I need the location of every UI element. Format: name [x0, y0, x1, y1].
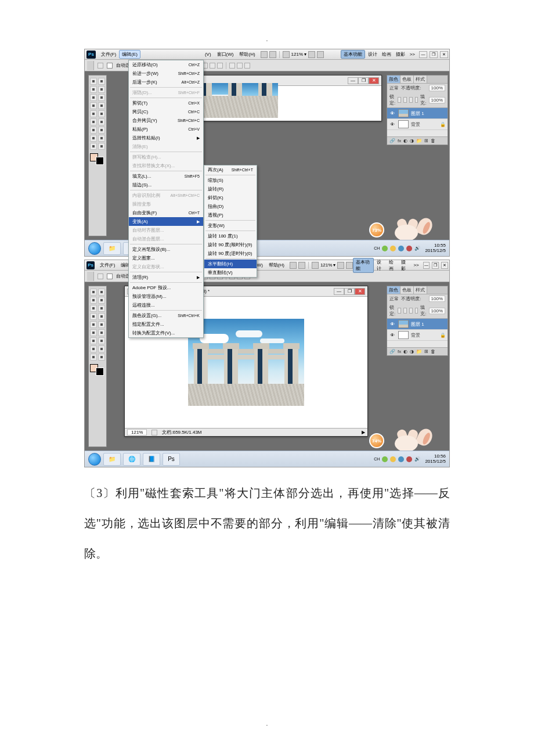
new-layer-icon[interactable]: ⊞: [424, 349, 428, 354]
wand-tool-icon[interactable]: [98, 297, 105, 304]
eyedropper-tool-icon[interactable]: [98, 94, 105, 101]
workspace-more[interactable]: >>: [412, 262, 420, 268]
tray-icon[interactable]: [406, 456, 412, 462]
layer-row[interactable]: 👁图层 1: [387, 319, 448, 330]
panel-tab-styles[interactable]: 样式: [414, 75, 427, 83]
toolbar-mb-icon[interactable]: [269, 51, 276, 58]
transform-menu-item[interactable]: 旋转 90 度(逆时针)(0): [204, 249, 257, 258]
color-swatches[interactable]: [90, 153, 104, 165]
status-arrow-icon[interactable]: [151, 430, 157, 435]
menu-file[interactable]: 文件(F): [98, 50, 119, 59]
auto-select-checkbox[interactable]: [107, 63, 113, 69]
workspace-essentials[interactable]: 基本功能: [341, 50, 365, 59]
visibility-eye-icon[interactable]: 👁: [389, 110, 396, 117]
edit-menu-item[interactable]: 前进一步(W)Shift+Ctrl+Z: [129, 69, 203, 78]
window-minimize-icon[interactable]: —: [423, 262, 430, 269]
taskbar-explorer-icon[interactable]: 📁: [103, 453, 121, 466]
tray-icon[interactable]: [398, 456, 404, 462]
blur-tool-icon[interactable]: [90, 337, 97, 344]
edit-menu-item[interactable]: 拼写检查(H)...: [129, 153, 203, 161]
window-close-icon[interactable]: ✕: [441, 262, 448, 269]
edit-menu-item[interactable]: 查找和替换文本(X)...: [129, 161, 203, 170]
workspace-design[interactable]: 设计: [366, 51, 379, 58]
transform-menu-item[interactable]: 再次(A)Shift+Ctrl+T: [204, 165, 257, 174]
edit-menu-item[interactable]: 后退一步(K)Alt+Ctrl+Z: [129, 78, 203, 87]
edit-menu-item[interactable]: 颜色设置(G)...Shift+Ctrl+K: [129, 311, 203, 320]
toolbar-br-icon[interactable]: [261, 51, 268, 58]
status-arrow-right-icon[interactable]: ▶: [362, 430, 365, 435]
crop-tool-icon[interactable]: [90, 94, 97, 101]
edit-menu-item[interactable]: 清除(E): [129, 142, 203, 151]
workspace-photography[interactable]: 摄影: [399, 258, 410, 272]
workspace-painting[interactable]: 绘画: [380, 51, 393, 58]
fx-icon[interactable]: fx: [398, 138, 401, 143]
opacity-value[interactable]: 100%: [429, 296, 445, 302]
blur-tool-icon[interactable]: [90, 127, 97, 134]
doc-restore-icon[interactable]: ❐: [344, 288, 355, 295]
workspace-design[interactable]: 设计: [375, 258, 386, 272]
transform-menu-item[interactable]: 斜切(K): [204, 193, 257, 202]
stamp-tool-icon[interactable]: [90, 110, 97, 117]
lock-position-icon[interactable]: [409, 97, 413, 103]
pen-tool-icon[interactable]: [90, 345, 97, 352]
toolbar-mb-icon[interactable]: [298, 262, 305, 269]
menu-window[interactable]: 窗口(W): [214, 50, 237, 59]
panel-tab-styles[interactable]: 样式: [414, 286, 427, 294]
link-layers-icon[interactable]: 🔗: [389, 138, 395, 143]
start-button-icon[interactable]: [88, 242, 101, 255]
zoom-dropdown[interactable]: 121%▾: [291, 52, 306, 57]
history-brush-tool-icon[interactable]: [98, 110, 105, 117]
heal-tool-icon[interactable]: [90, 313, 97, 320]
workspace-painting[interactable]: 绘画: [387, 258, 398, 272]
transform-menu-item[interactable]: 垂直翻转(V): [204, 268, 257, 277]
zoom-field[interactable]: 121%: [127, 429, 147, 435]
group-icon[interactable]: 📁: [416, 349, 422, 354]
edit-menu-item[interactable]: 操控变形: [129, 200, 203, 208]
eraser-tool-icon[interactable]: [90, 118, 97, 125]
edit-menu-item[interactable]: 合并拷贝(Y)Shift+Ctrl+C: [129, 116, 203, 125]
edit-menu-item[interactable]: 指定配置文件...: [129, 320, 203, 329]
move-tool-icon[interactable]: [90, 78, 97, 85]
background-color[interactable]: [96, 157, 104, 165]
marquee-tool-icon[interactable]: [98, 78, 105, 85]
marquee-tool-icon[interactable]: [98, 289, 105, 296]
panel-tab-color[interactable]: 颜色: [387, 75, 400, 83]
edit-menu-item[interactable]: 转换为配置文件(V)...: [129, 329, 203, 337]
workspace-more[interactable]: >>: [408, 51, 417, 57]
fill-value[interactable]: 100%: [429, 97, 445, 103]
type-tool-icon[interactable]: [98, 135, 105, 142]
tray-speaker-icon[interactable]: 🔊: [414, 246, 420, 251]
mask-icon[interactable]: ◐: [403, 349, 407, 354]
arrange-icon[interactable]: [346, 262, 353, 269]
gradient-tool-icon[interactable]: [98, 118, 105, 125]
transform-menu-item[interactable]: 变形(W): [204, 221, 257, 230]
group-icon[interactable]: 📁: [416, 138, 422, 143]
history-brush-tool-icon[interactable]: [98, 321, 105, 328]
arrange-icon[interactable]: [317, 51, 324, 58]
menu-help[interactable]: 帮助(H): [266, 261, 287, 269]
doc-close-icon[interactable]: ✕: [355, 288, 365, 295]
tray-icon[interactable]: [398, 246, 404, 251]
blend-mode-dropdown[interactable]: 正常: [389, 296, 399, 302]
transform-menu-item[interactable]: 扭曲(D): [204, 202, 257, 211]
start-button-icon[interactable]: [88, 453, 101, 466]
transform-menu-item[interactable]: 旋转(R): [204, 185, 257, 193]
hand-icon[interactable]: [337, 262, 344, 269]
options-bar-handle[interactable]: [87, 61, 94, 70]
edit-menu-item[interactable]: 定义画笔预设(B)...: [129, 245, 203, 254]
layer-row[interactable]: 👁背景🔒: [387, 330, 448, 341]
stamp-tool-icon[interactable]: [90, 321, 97, 328]
doc-restore-icon[interactable]: ❐: [358, 77, 369, 84]
panel-tab-swatches[interactable]: 色板: [400, 286, 414, 294]
tray-icon[interactable]: [390, 246, 396, 251]
edit-menu-item[interactable]: 变换(A)▶: [129, 217, 203, 226]
dodge-tool-icon[interactable]: [98, 337, 105, 344]
window-close-icon[interactable]: ✕: [440, 51, 448, 58]
lock-all-icon[interactable]: [415, 308, 418, 314]
color-swatches[interactable]: [90, 364, 104, 376]
type-tool-icon[interactable]: [98, 345, 105, 352]
lock-all-icon[interactable]: [415, 97, 418, 103]
menu-edit[interactable]: 编辑(E): [119, 50, 140, 59]
brush-tool-icon[interactable]: [98, 313, 105, 320]
visibility-eye-icon[interactable]: 👁: [389, 121, 396, 128]
